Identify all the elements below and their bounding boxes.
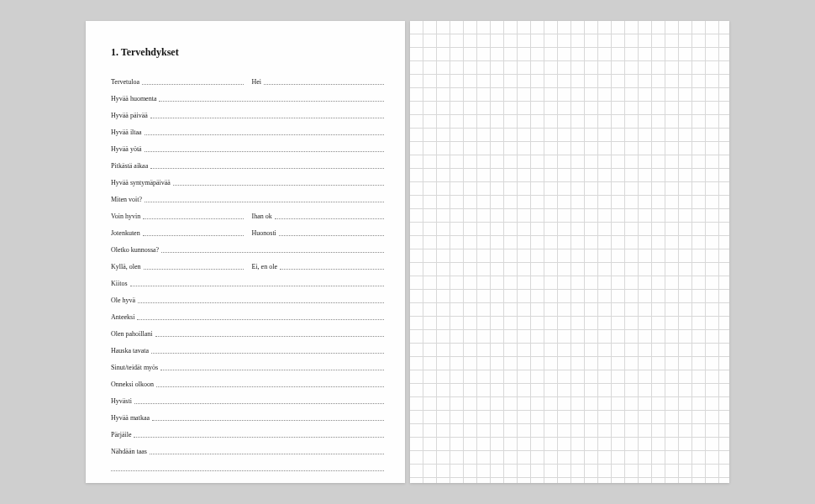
answer-line: [156, 386, 384, 387]
answer-line: [134, 403, 384, 404]
term: Ihan ok: [252, 213, 275, 220]
vocab-row: Hyvää matkaa: [111, 410, 384, 422]
vocab-row: Hyvää yötä: [111, 141, 384, 153]
vocab-row: Miten voit?: [111, 192, 384, 203]
term: Ei, en ole: [252, 263, 280, 270]
answer-line: [264, 84, 384, 85]
vocab-row: Nähdään taas: [111, 444, 384, 455]
vocab-row: Kyllä, olenEi, en ole: [111, 259, 384, 270]
term: Sinut/teidät myös: [111, 364, 160, 371]
vocab-row: Hyvää iltaa: [111, 124, 384, 136]
section-heading: 1. Tervehdykset: [111, 46, 384, 59]
term: Ole hyvä: [111, 297, 138, 304]
answer-line: [130, 286, 384, 286]
term: Hyvää iltaa: [111, 129, 145, 136]
term: Pärjäile: [111, 431, 134, 438]
vocab-row: Pärjäile: [111, 427, 384, 438]
term: Hyvää päivää: [111, 112, 150, 119]
vocab-row: Hyvää syntymäpäivää: [111, 175, 384, 186]
vocab-row: [111, 460, 384, 472]
term: Huonosti: [252, 229, 279, 237]
answer-line: [173, 185, 384, 186]
term: Hyvästi: [111, 397, 134, 405]
term: Hyvää matkaa: [111, 414, 152, 422]
answer-line: [143, 218, 243, 219]
term: Onneksi olkoon: [111, 381, 156, 388]
term: Kyllä, olen: [111, 263, 144, 270]
vocab-row: Sinut/teidät myös: [111, 360, 384, 371]
vocab-row: Hauska tavata: [111, 343, 384, 354]
answer-line: [111, 470, 384, 471]
term: Anteeksi: [111, 313, 137, 321]
answer-line: [138, 302, 384, 303]
answer-line: [279, 235, 384, 236]
right-page: [410, 21, 729, 483]
answer-line: [145, 151, 384, 152]
term: Voin hyvin: [111, 213, 143, 220]
vocab-row: Kiitos: [111, 276, 384, 287]
term: Miten voit?: [111, 196, 145, 203]
vocab-row: Pitkästä aikaa: [111, 158, 384, 170]
answer-line: [134, 437, 384, 438]
answer-line: [142, 84, 243, 85]
answer-line: [137, 319, 384, 320]
answer-line: [145, 202, 384, 202]
vocab-row: Hyvää päivää: [111, 108, 384, 119]
left-page: 1. Tervehdykset TervetuloaHeiHyvää huome…: [86, 21, 405, 483]
term: Oletko kunnossa?: [111, 246, 161, 254]
term: Hei: [252, 78, 265, 86]
vocab-list: TervetuloaHeiHyvää huomentaHyvää päivääH…: [111, 74, 384, 472]
term: Hyvää syntymäpäivää: [111, 179, 173, 186]
answer-line: [275, 218, 384, 219]
term: Kiitos: [111, 280, 130, 287]
vocab-row: Anteeksi: [111, 309, 384, 321]
grid-paper: [410, 21, 729, 483]
vocab-row: TervetuloaHei: [111, 74, 384, 86]
answer-line: [150, 168, 384, 169]
term: Hyvää yötä: [111, 145, 145, 153]
term: Pitkästä aikaa: [111, 162, 150, 170]
vocab-row: Hyvää huomenta: [111, 91, 384, 102]
term: Hauska tavata: [111, 347, 151, 354]
answer-line: [143, 235, 244, 236]
answer-line: [152, 420, 384, 421]
vocab-row: Onneksi olkoon: [111, 376, 384, 388]
term: Hyvää huomenta: [111, 95, 159, 102]
answer-line: [150, 118, 384, 118]
vocab-row: Ole hyvä: [111, 292, 384, 304]
vocab-row: Oletko kunnossa?: [111, 242, 384, 254]
term: Nähdään taas: [111, 448, 150, 455]
vocab-row: Voin hyvinIhan ok: [111, 208, 384, 220]
answer-line: [150, 454, 384, 454]
vocab-row: Hyvästi: [111, 393, 384, 405]
answer-line: [144, 269, 244, 270]
answer-line: [161, 252, 384, 253]
answer-line: [160, 370, 384, 370]
vocab-row: Olen pahoillani: [111, 326, 384, 338]
term: Olen pahoillani: [111, 330, 155, 338]
answer-line: [155, 336, 384, 337]
answer-line: [280, 269, 384, 270]
answer-line: [151, 353, 384, 354]
answer-line: [159, 101, 384, 102]
answer-line: [145, 134, 384, 135]
vocab-row: JotenkutenHuonosti: [111, 225, 384, 237]
term: Jotenkuten: [111, 229, 143, 237]
page-spread: 1. Tervehdykset TervetuloaHeiHyvää huome…: [86, 21, 729, 483]
term: Tervetuloa: [111, 78, 142, 86]
